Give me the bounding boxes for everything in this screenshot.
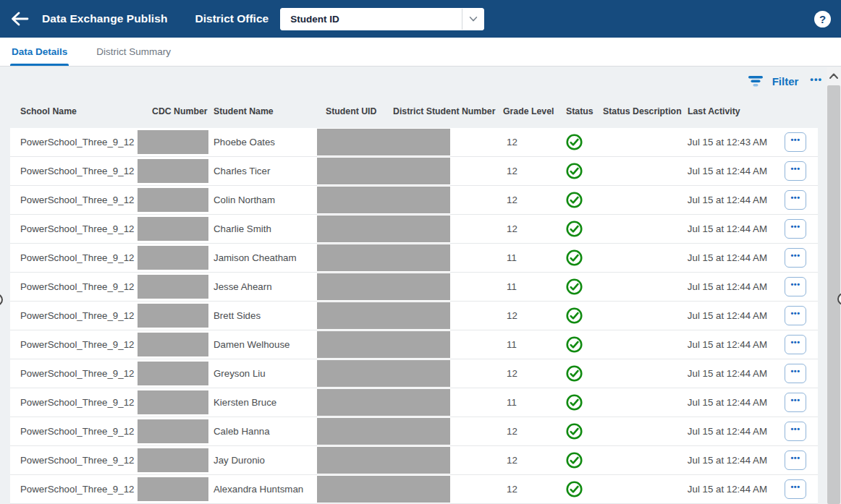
table-row[interactable]: PowerSchool_Three_9_12 Charlie Smith 12 … [10,215,818,244]
column-header-cdc-number[interactable]: CDC Number [138,106,214,116]
cell-grade-level: 11 [492,281,554,292]
cell-last-activity: Jul 15 at 12:44 AM [677,281,772,292]
table-row[interactable]: PowerSchool_Three_9_12 Colin Northam 12 … [10,186,818,215]
cell-grade-level: 12 [492,368,554,379]
back-button[interactable] [9,8,30,30]
cell-student-name: Jamison Cheatham [214,252,317,263]
cell-school-name: PowerSchool_Three_9_12 [10,368,138,379]
cell-school-name: PowerSchool_Three_9_12 [10,252,138,263]
cell-last-activity: Jul 15 at 12:44 AM [677,166,772,176]
cell-student-name: Charlie Smith [214,223,317,234]
redacted-student-uid-and-district-number [317,187,450,213]
table-row[interactable]: PowerSchool_Three_9_12 Jesse Ahearn 11 J… [10,273,818,302]
cell-status [554,365,593,382]
redacted-student-uid-and-district-number [317,389,450,416]
chevron-down-icon [462,9,483,30]
row-actions-button[interactable]: ••• [785,190,806,210]
table-row[interactable]: PowerSchool_Three_9_12 Kiersten Bruce 11… [10,388,818,417]
cell-school-name: PowerSchool_Three_9_12 [10,166,138,176]
cell-student-name: Charles Ticer [214,166,317,176]
redacted-cdc-number [138,130,208,154]
redacted-cdc-number [138,188,208,212]
row-actions-button[interactable]: ••• [785,132,806,152]
column-header-status-description[interactable]: Status Description [593,106,677,116]
cell-grade-level: 12 [492,310,554,321]
table-row[interactable]: PowerSchool_Three_9_12 Brett Sides 12 Ju… [10,302,818,330]
cell-student-name: Jay Duronio [214,455,317,466]
row-actions-button[interactable]: ••• [785,364,806,383]
status-success-icon [566,365,583,382]
table-row[interactable]: PowerSchool_Three_9_12 Jamison Cheatham … [10,244,818,273]
status-success-icon [566,221,583,237]
column-header-school-name[interactable]: School Name [10,106,138,116]
column-header-status[interactable]: Status [554,106,593,116]
table-row[interactable]: PowerSchool_Three_9_12 Caleb Hanna 12 Ju… [10,417,818,446]
cell-status [554,249,593,266]
table-row[interactable]: PowerSchool_Three_9_12 Damen Welhouse 11… [10,330,818,359]
cell-status [554,423,593,440]
cell-status [554,336,593,353]
status-success-icon [566,192,583,208]
redacted-cdc-number [138,275,208,299]
cell-last-activity: Jul 15 at 12:44 AM [677,252,772,263]
toolbar-more-button[interactable]: ••• [808,72,824,90]
status-success-icon [566,394,583,411]
row-actions-button[interactable]: ••• [785,479,806,499]
category-dropdown[interactable]: Student ID [280,8,484,30]
table-row[interactable]: PowerSchool_Three_9_12 Alexandra Huntsma… [10,475,818,504]
table-row[interactable]: PowerSchool_Three_9_12 Phoebe Oates 12 J… [10,128,818,157]
cell-last-activity: Jul 15 at 12:44 AM [677,455,772,466]
redacted-cdc-number [138,448,208,472]
redacted-cdc-number [138,362,208,385]
status-success-icon [566,278,583,295]
vertical-scrollbar[interactable] [827,67,841,504]
row-actions-button[interactable]: ••• [785,306,806,325]
redacted-cdc-number [138,477,208,501]
cell-school-name: PowerSchool_Three_9_12 [10,137,138,148]
cell-last-activity: Jul 15 at 12:44 AM [677,310,772,321]
tab-bar: Data Details District Summary [0,38,841,67]
table-body: PowerSchool_Three_9_12 Phoebe Oates 12 J… [10,128,818,504]
row-actions-button[interactable]: ••• [785,393,806,412]
column-header-grade-level[interactable]: Grade Level [492,106,554,116]
row-actions-button[interactable]: ••• [785,219,806,239]
dropdown-selected-value: Student ID [281,14,462,25]
cell-student-name: Phoebe Oates [214,137,317,148]
back-arrow-icon [10,11,29,27]
row-actions-button[interactable]: ••• [785,422,806,441]
cell-status [554,452,593,469]
row-actions-button[interactable]: ••• [785,277,806,296]
redacted-cdc-number [138,333,208,356]
row-actions-button[interactable]: ••• [785,161,806,181]
cell-status [554,394,593,411]
table-row[interactable]: PowerSchool_Three_9_12 Charles Ticer 12 … [10,157,818,186]
table-row[interactable]: PowerSchool_Three_9_12 Jay Duronio 12 Ju… [10,446,818,475]
column-header-student-name[interactable]: Student Name [214,106,317,116]
cell-school-name: PowerSchool_Three_9_12 [10,455,138,466]
cell-grade-level: 12 [492,484,554,495]
cell-last-activity: Jul 15 at 12:44 AM [677,426,772,437]
tab-data-details[interactable]: Data Details [10,38,69,66]
column-header-district-student-number[interactable]: District Student Number [393,106,492,116]
scroll-up-button[interactable] [827,67,841,85]
row-actions-button[interactable]: ••• [785,248,806,268]
column-header-last-activity[interactable]: Last Activity [677,106,772,116]
cell-last-activity: Jul 15 at 12:44 AM [677,368,772,379]
cell-grade-level: 12 [492,137,554,148]
cell-school-name: PowerSchool_Three_9_12 [10,281,138,292]
row-actions-button[interactable]: ••• [785,335,806,354]
filter-button[interactable]: Filter [748,74,799,87]
cell-school-name: PowerSchool_Three_9_12 [10,484,138,495]
table-row[interactable]: PowerSchool_Three_9_12 Greyson Liu 12 Ju… [10,359,818,388]
cell-last-activity: Jul 15 at 12:44 AM [677,223,772,234]
status-success-icon [566,452,583,469]
column-header-student-uid[interactable]: Student UID [317,106,393,116]
status-success-icon [566,423,583,440]
tab-district-summary[interactable]: District Summary [95,38,172,66]
redacted-student-uid-and-district-number [317,360,450,387]
cell-student-name: Brett Sides [214,310,317,321]
cell-grade-level: 11 [492,339,554,350]
row-actions-button[interactable]: ••• [785,450,806,470]
help-button[interactable]: ? [814,11,831,27]
cell-status [554,221,593,237]
